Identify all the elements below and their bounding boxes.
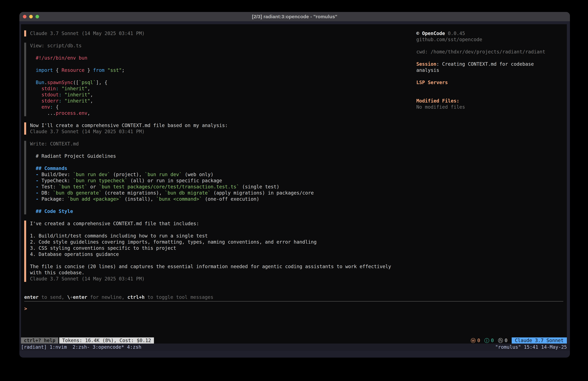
help-shortcut-chip[interactable]: ctrl+? help bbox=[21, 337, 58, 344]
window-titlebar[interactable]: [2/3] radiant:3:opencode - "romulus" bbox=[19, 12, 570, 21]
text-line: stdin: "inherit", bbox=[30, 86, 416, 92]
text-line bbox=[416, 43, 567, 49]
text-line: - TypeCheck: `bun run typecheck` (all) o… bbox=[30, 178, 416, 184]
text-line: analysis bbox=[416, 67, 567, 73]
hints-counter: ⓗ0 bbox=[498, 337, 507, 344]
hints-counter-value: 0 bbox=[504, 337, 507, 344]
text-line: Claude 3.7 Sonnet (14 May 2025 03:41 PM) bbox=[30, 276, 416, 282]
text-line bbox=[416, 92, 567, 98]
text-line: - Package: `bun add <package>` (install)… bbox=[30, 196, 416, 202]
window-title: [2/3] radiant:3:opencode - "romulus" bbox=[252, 14, 337, 19]
text-line: Write: CONTEXT.md bbox=[30, 141, 416, 147]
content-columns: Claude 3.7 Sonnet (14 May 2025 03:41 PM)… bbox=[21, 24, 567, 282]
text-line: import { Resource } from "sst"; bbox=[30, 67, 416, 73]
warnings-counter: ⓦ0 bbox=[471, 337, 480, 344]
text-line bbox=[30, 61, 416, 67]
minimize-window-button[interactable] bbox=[29, 15, 33, 18]
text-line: I've created a comprehensive CONTEXT.md … bbox=[30, 221, 416, 227]
message-input[interactable]: > bbox=[24, 306, 563, 312]
info-counter: ⓘ0 bbox=[484, 337, 494, 344]
text-line bbox=[30, 147, 416, 153]
tmux-window-list[interactable]: [radiant] 1:nvim 2:zsh- 3:opencode* 4:zs… bbox=[21, 344, 141, 350]
prompt-symbol: > bbox=[24, 306, 27, 312]
text-line: env: { bbox=[30, 104, 416, 110]
text-line: - Test: `bun test` or `bun test packages… bbox=[30, 184, 416, 190]
text-line: 3. CSS styling conventions specific to t… bbox=[30, 245, 416, 251]
opencode-tui: Claude 3.7 Sonnet (14 May 2025 03:41 PM)… bbox=[21, 24, 567, 344]
warnings-counter-value: 0 bbox=[477, 337, 480, 344]
tmux-status-bar: [radiant] 1:nvim 2:zsh- 3:opencode* 4:zs… bbox=[19, 344, 570, 351]
warnings-counter-icon: ⓦ bbox=[471, 337, 476, 344]
zoom-window-button[interactable] bbox=[36, 15, 39, 18]
info-counter-icon: ⓘ bbox=[484, 337, 489, 344]
assistant-message: Now I'll create a comprehensive CONTEXT.… bbox=[24, 122, 416, 135]
text-line: cwd: /home/thdxr/dev/projects/radiant/ra… bbox=[416, 49, 567, 55]
tool-write-context-md: Write: CONTEXT.md # Radiant Project Guid… bbox=[24, 141, 416, 214]
text-line: 2. Code style guidelines covering import… bbox=[30, 239, 416, 245]
text-line: #!/usr/bin/env bun bbox=[30, 55, 416, 61]
hints-counter-icon: ⓗ bbox=[498, 337, 503, 344]
text-line: Modified Files: bbox=[416, 98, 567, 104]
text-line: stdout: "inherit", bbox=[30, 92, 416, 98]
tokens-cost-chip: Tokens: 16.4K (8%), Cost: $0.12 bbox=[59, 337, 154, 344]
text-line: with this codebase. bbox=[30, 269, 416, 276]
text-line: # Radiant Project Guidelines bbox=[30, 153, 416, 159]
text-line: github.com/sst/opencode bbox=[416, 37, 567, 43]
text-line: ## Commands bbox=[30, 165, 416, 171]
assistant-message: I've created a comprehensive CONTEXT.md … bbox=[24, 221, 416, 282]
chat-history: Claude 3.7 Sonnet (14 May 2025 03:41 PM)… bbox=[24, 30, 416, 282]
text-line bbox=[30, 73, 416, 79]
text-line: - DB: `bun db generate` (create migratio… bbox=[30, 190, 416, 196]
text-line bbox=[30, 257, 416, 264]
text-line bbox=[416, 86, 567, 92]
session-sidebar: © OpenCode 0.0.45github.com/sst/opencode… bbox=[416, 30, 567, 282]
traffic-lights bbox=[23, 12, 39, 21]
text-line: - Build/Dev: `bun run dev` (project), `b… bbox=[30, 171, 416, 178]
text-line bbox=[30, 202, 416, 208]
text-line: ...process.env, bbox=[30, 110, 416, 116]
status-right-group: ⓦ0ⓘ0ⓗ0 Claude 3.7 Sonnet bbox=[471, 337, 567, 344]
text-line: View: script/db.ts bbox=[30, 43, 416, 49]
terminal-window: [2/3] radiant:3:opencode - "romulus" Cla… bbox=[19, 12, 570, 358]
tmux-session-info: "romulus" 15:41 14-May-25 bbox=[495, 344, 567, 350]
keyboard-hints: enter to send, \+enter for newline, ctrl… bbox=[24, 294, 563, 300]
text-line bbox=[30, 49, 416, 55]
text-line: Session: Creating CONTEXT.md for codebas… bbox=[416, 61, 567, 67]
text-line: 1. Build/lint/test commands including ho… bbox=[30, 233, 416, 239]
text-line bbox=[30, 227, 416, 233]
text-line bbox=[416, 73, 567, 79]
assistant-message-header: Claude 3.7 Sonnet (14 May 2025 03:41 PM) bbox=[24, 30, 416, 37]
text-line: stderr: "inherit", bbox=[30, 98, 416, 104]
text-line bbox=[416, 55, 567, 61]
text-line: The file is concise (20 lines) and captu… bbox=[30, 264, 416, 269]
text-line: © OpenCode 0.0.45 bbox=[416, 30, 567, 37]
text-line: 4. Database operations guidance bbox=[30, 251, 416, 257]
text-line: No modified files bbox=[416, 104, 567, 110]
input-separator bbox=[24, 301, 563, 302]
close-window-button[interactable] bbox=[23, 15, 26, 18]
text-line: Claude 3.7 Sonnet (14 May 2025 03:41 PM) bbox=[30, 129, 416, 135]
info-counter-value: 0 bbox=[491, 337, 494, 344]
text-line: LSP Servers bbox=[416, 79, 567, 86]
model-badge[interactable]: Claude 3.7 Sonnet bbox=[512, 337, 567, 344]
text-line: Bun.spawnSync([`psql`], { bbox=[30, 79, 416, 86]
text-line bbox=[30, 159, 416, 165]
text-line: Claude 3.7 Sonnet (14 May 2025 03:41 PM) bbox=[30, 30, 416, 37]
tool-view-db-ts: View: script/db.ts #!/usr/bin/env bun im… bbox=[24, 43, 416, 116]
status-bar: ctrl+? help Tokens: 16.4K (8%), Cost: $0… bbox=[21, 337, 567, 344]
text-line: Now I'll create a comprehensive CONTEXT.… bbox=[30, 122, 416, 129]
desktop-background: [2/3] radiant:3:opencode - "romulus" Cla… bbox=[0, 0, 588, 381]
status-chips: ctrl+? help Tokens: 16.4K (8%), Cost: $0… bbox=[21, 337, 154, 344]
input-area: enter to send, \+enter for newline, ctrl… bbox=[24, 294, 563, 312]
diagnostic-counters: ⓦ0ⓘ0ⓗ0 bbox=[471, 337, 507, 344]
text-line: ## Code Style bbox=[30, 208, 416, 214]
